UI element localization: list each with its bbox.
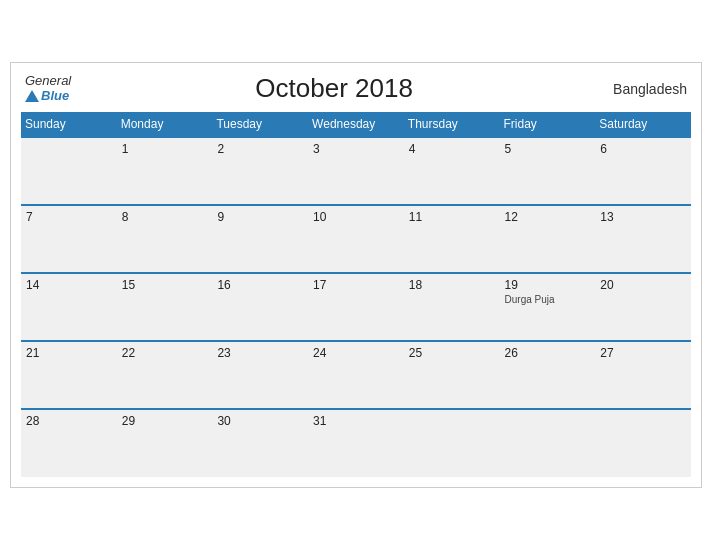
- day-number: 24: [313, 346, 399, 360]
- day-number: 8: [122, 210, 208, 224]
- logo-triangle-icon: [25, 90, 39, 102]
- day-number: 16: [217, 278, 303, 292]
- day-number: 7: [26, 210, 112, 224]
- day-number: 18: [409, 278, 495, 292]
- calendar-week-row: 21222324252627: [21, 341, 691, 409]
- table-row: 20: [595, 273, 691, 341]
- table-row: 25: [404, 341, 500, 409]
- day-number: 23: [217, 346, 303, 360]
- weekday-header-row: Sunday Monday Tuesday Wednesday Thursday…: [21, 112, 691, 137]
- table-row: 2: [212, 137, 308, 205]
- weekday-thursday: Thursday: [404, 112, 500, 137]
- day-number: 25: [409, 346, 495, 360]
- day-number: 26: [505, 346, 591, 360]
- weekday-friday: Friday: [500, 112, 596, 137]
- table-row: 28: [21, 409, 117, 477]
- table-row: [21, 137, 117, 205]
- day-number: 21: [26, 346, 112, 360]
- table-row: 31: [308, 409, 404, 477]
- day-number: 4: [409, 142, 495, 156]
- day-number: 29: [122, 414, 208, 428]
- table-row: [404, 409, 500, 477]
- day-number: 10: [313, 210, 399, 224]
- logo: General Blue: [25, 74, 71, 103]
- calendar-week-row: 28293031: [21, 409, 691, 477]
- day-number: 27: [600, 346, 686, 360]
- day-number: 5: [505, 142, 591, 156]
- day-number: 9: [217, 210, 303, 224]
- table-row: [595, 409, 691, 477]
- calendar-header: General Blue October 2018 Bangladesh: [21, 73, 691, 104]
- table-row: [500, 409, 596, 477]
- table-row: 3: [308, 137, 404, 205]
- table-row: 6: [595, 137, 691, 205]
- calendar: General Blue October 2018 Bangladesh Sun…: [10, 62, 702, 488]
- table-row: 1: [117, 137, 213, 205]
- table-row: 18: [404, 273, 500, 341]
- table-row: 21: [21, 341, 117, 409]
- day-number: 3: [313, 142, 399, 156]
- calendar-week-row: 141516171819Durga Puja20: [21, 273, 691, 341]
- table-row: 7: [21, 205, 117, 273]
- day-number: 31: [313, 414, 399, 428]
- day-number: 19: [505, 278, 591, 292]
- table-row: 27: [595, 341, 691, 409]
- table-row: 5: [500, 137, 596, 205]
- table-row: 17: [308, 273, 404, 341]
- table-row: 26: [500, 341, 596, 409]
- calendar-title: October 2018: [71, 73, 597, 104]
- table-row: 11: [404, 205, 500, 273]
- table-row: 22: [117, 341, 213, 409]
- day-number: 17: [313, 278, 399, 292]
- weekday-tuesday: Tuesday: [212, 112, 308, 137]
- logo-blue-text: Blue: [25, 89, 69, 103]
- day-number: 11: [409, 210, 495, 224]
- day-number: 2: [217, 142, 303, 156]
- table-row: 24: [308, 341, 404, 409]
- table-row: 30: [212, 409, 308, 477]
- table-row: 10: [308, 205, 404, 273]
- table-row: 4: [404, 137, 500, 205]
- calendar-week-row: 123456: [21, 137, 691, 205]
- table-row: 15: [117, 273, 213, 341]
- weekday-sunday: Sunday: [21, 112, 117, 137]
- weekday-saturday: Saturday: [595, 112, 691, 137]
- day-number: 20: [600, 278, 686, 292]
- day-number: 14: [26, 278, 112, 292]
- day-number: 30: [217, 414, 303, 428]
- day-number: 1: [122, 142, 208, 156]
- table-row: 8: [117, 205, 213, 273]
- table-row: 14: [21, 273, 117, 341]
- weekday-monday: Monday: [117, 112, 213, 137]
- day-number: 12: [505, 210, 591, 224]
- day-number: 28: [26, 414, 112, 428]
- calendar-week-row: 78910111213: [21, 205, 691, 273]
- day-number: 15: [122, 278, 208, 292]
- table-row: 29: [117, 409, 213, 477]
- logo-general-text: General: [25, 74, 71, 88]
- table-row: 13: [595, 205, 691, 273]
- table-row: 16: [212, 273, 308, 341]
- table-row: 9: [212, 205, 308, 273]
- table-row: 23: [212, 341, 308, 409]
- day-event: Durga Puja: [505, 294, 591, 305]
- day-number: 22: [122, 346, 208, 360]
- table-row: 12: [500, 205, 596, 273]
- weekday-wednesday: Wednesday: [308, 112, 404, 137]
- day-number: 13: [600, 210, 686, 224]
- calendar-table: Sunday Monday Tuesday Wednesday Thursday…: [21, 112, 691, 477]
- table-row: 19Durga Puja: [500, 273, 596, 341]
- day-number: 6: [600, 142, 686, 156]
- calendar-country: Bangladesh: [597, 81, 687, 97]
